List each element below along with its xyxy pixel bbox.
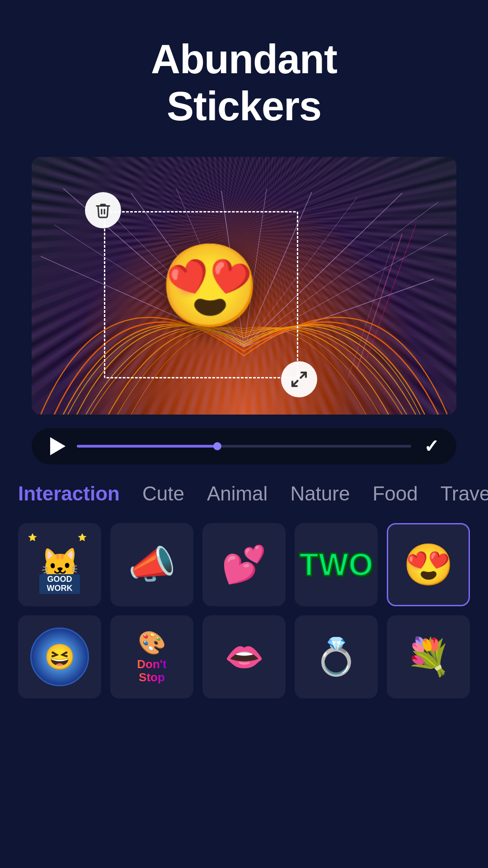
video-preview: 😍: [32, 157, 456, 415]
sticker-cell-7[interactable]: 👄: [202, 615, 286, 698]
tab-nature[interactable]: Nature: [290, 482, 350, 505]
ring-sticker: 💍: [314, 636, 359, 678]
play-button[interactable]: [45, 435, 68, 458]
page-title: Abundant Stickers: [18, 36, 470, 130]
sticker-cell-6[interactable]: 🎨 Don'tStop: [110, 615, 193, 698]
play-icon: [50, 437, 66, 455]
bouquet-sticker: 💐: [406, 636, 451, 678]
progress-fill: [77, 445, 217, 448]
hearts-sticker: 💕: [221, 543, 267, 586]
sticker-cell-3[interactable]: TWO: [295, 523, 378, 606]
sticker-cell-1[interactable]: 📣: [110, 523, 193, 606]
sticker-cell-0[interactable]: 🐱 GOODWORK ⭐ ⭐: [18, 523, 101, 606]
haha-sticker: 😆: [30, 627, 89, 686]
placed-sticker[interactable]: 😍: [159, 245, 261, 326]
sticker-cell-4[interactable]: 😍: [387, 523, 470, 606]
two-text-sticker: TWO: [299, 547, 373, 583]
check-icon: ✓: [424, 436, 439, 457]
category-tabs: Interaction Cute Animal Nature Food Trav…: [0, 464, 488, 514]
sticker-grid: 🐱 GOODWORK ⭐ ⭐ 📣 💕 TWO 😍 😆 🎨 Don'tStop: [0, 514, 488, 708]
tab-animal[interactable]: Animal: [207, 482, 268, 505]
svg-line-14: [357, 234, 402, 369]
resize-sticker-button[interactable]: [281, 361, 317, 397]
tab-cute[interactable]: Cute: [142, 482, 184, 505]
sticker-cell-9[interactable]: 💐: [387, 615, 470, 698]
title-section: Abundant Stickers: [0, 0, 488, 157]
playback-bar: ✓: [32, 428, 456, 464]
sticker-cell-5[interactable]: 😆: [18, 615, 101, 698]
delete-sticker-button[interactable]: [85, 192, 121, 228]
tab-travel[interactable]: Travel: [441, 482, 488, 505]
megaphone-sticker: 📣: [128, 542, 176, 587]
progress-thumb: [213, 442, 221, 450]
confirm-button[interactable]: ✓: [420, 435, 443, 458]
sticker-cell-8[interactable]: 💍: [295, 615, 378, 698]
tab-food[interactable]: Food: [372, 482, 418, 505]
tab-interaction[interactable]: Interaction: [18, 482, 120, 505]
progress-track[interactable]: [77, 445, 411, 448]
sticker-cell-2[interactable]: 💕: [202, 523, 286, 606]
lips-sticker: 👄: [225, 638, 264, 675]
svg-line-15: [366, 225, 416, 360]
love-face-sticker: 😍: [403, 544, 454, 585]
